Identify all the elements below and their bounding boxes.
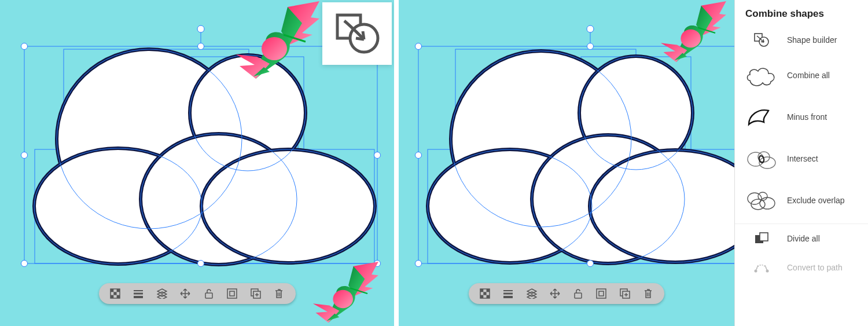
- svg-marker-32: [157, 292, 167, 296]
- svg-rect-71: [597, 289, 606, 298]
- svg-rect-23: [111, 289, 113, 292]
- canvas-left[interactable]: [0, 0, 394, 326]
- svg-rect-26: [111, 295, 113, 298]
- svg-marker-67: [527, 289, 536, 294]
- svg-marker-68: [527, 292, 536, 296]
- svg-rect-63: [487, 295, 490, 298]
- svg-rect-24: [116, 289, 119, 292]
- unlock-icon[interactable]: [203, 288, 215, 299]
- selection-handle[interactable]: [587, 260, 594, 267]
- svg-point-83: [760, 197, 775, 209]
- selection-handle[interactable]: [415, 152, 422, 159]
- selection-handle[interactable]: [197, 260, 204, 267]
- minus-front-icon: [745, 105, 778, 129]
- svg-rect-36: [230, 291, 234, 296]
- selection-handle[interactable]: [415, 43, 422, 50]
- transparency-icon[interactable]: [109, 288, 121, 299]
- panel-item-label: Intersect: [787, 154, 818, 163]
- move-icon[interactable]: [549, 288, 561, 299]
- panel-item-minus-front[interactable]: Minus front: [735, 96, 868, 138]
- panel-item-label: Combine all: [787, 71, 830, 80]
- svg-marker-31: [157, 289, 167, 294]
- panel-item-label: Convert to path: [787, 263, 843, 272]
- delete-icon[interactable]: [642, 288, 654, 299]
- panel-item-label: Shape builder: [787, 35, 837, 45]
- contextual-toolbar: [469, 283, 664, 304]
- canvas-right[interactable]: [399, 0, 734, 326]
- selection-handle[interactable]: [21, 152, 28, 159]
- panel-item-divide-all[interactable]: Divide all: [735, 224, 868, 253]
- svg-rect-59: [480, 289, 483, 292]
- panel-item-exclude-overlap[interactable]: Exclude overlap: [735, 180, 868, 221]
- convert-to-path-icon: [745, 262, 778, 273]
- combine-all-icon: [745, 63, 778, 87]
- delete-icon[interactable]: [273, 288, 285, 299]
- duplicate-icon[interactable]: [250, 288, 262, 299]
- selection-handle[interactable]: [21, 260, 28, 267]
- panel-item-combine-all[interactable]: Combine all: [735, 54, 868, 96]
- divide-all-icon: [745, 232, 778, 245]
- group-icon[interactable]: [226, 288, 238, 299]
- svg-rect-27: [116, 295, 119, 298]
- svg-point-19: [333, 290, 353, 308]
- arrange-icon[interactable]: [156, 288, 168, 299]
- panel-title: Combine shapes: [735, 8, 868, 25]
- svg-rect-61: [483, 292, 486, 295]
- svg-rect-60: [487, 289, 490, 292]
- svg-point-57: [681, 30, 701, 47]
- svg-rect-25: [113, 292, 116, 295]
- shape-builder-icon: [334, 13, 380, 54]
- move-icon[interactable]: [179, 288, 191, 299]
- panel-item-label: Exclude overlap: [787, 196, 845, 205]
- contextual-toolbar: [99, 283, 296, 304]
- arrange-icon[interactable]: [526, 288, 538, 299]
- panel-item-shape-builder[interactable]: Shape builder: [735, 25, 868, 54]
- panel-item-label: Minus front: [787, 112, 827, 122]
- svg-rect-72: [599, 291, 604, 296]
- shape-builder-icon: [745, 33, 778, 47]
- intersect-icon: [745, 146, 778, 171]
- duplicate-icon[interactable]: [619, 288, 631, 299]
- svg-point-46: [587, 25, 594, 32]
- selection-handle[interactable]: [587, 43, 594, 50]
- selection-handle[interactable]: [197, 43, 204, 50]
- transparency-icon[interactable]: [479, 288, 491, 299]
- stroke-weight-icon[interactable]: [502, 288, 514, 299]
- svg-rect-85: [760, 233, 768, 241]
- panel-item-intersect[interactable]: Intersect: [735, 138, 868, 180]
- unlock-icon[interactable]: [572, 288, 584, 299]
- shape-builder-icon-card: [322, 2, 392, 65]
- svg-point-18: [262, 37, 287, 60]
- svg-point-51: [590, 150, 734, 262]
- panel-item-convert-to-path: Convert to path: [735, 253, 868, 282]
- selection-handle[interactable]: [374, 152, 381, 159]
- selection-handle[interactable]: [415, 260, 422, 267]
- combine-shapes-panel: Combine shapes Shape builder Combine all…: [734, 0, 868, 326]
- svg-rect-62: [480, 295, 483, 298]
- svg-point-12: [201, 149, 375, 263]
- svg-rect-34: [205, 293, 212, 298]
- group-icon[interactable]: [595, 288, 607, 299]
- svg-rect-35: [227, 289, 237, 298]
- svg-point-7: [197, 25, 204, 32]
- selection-handle[interactable]: [21, 43, 28, 50]
- exclude-overlap-icon: [745, 188, 778, 213]
- hummingbird-graphic: [649, 1, 734, 67]
- panel-item-label: Divide all: [787, 234, 820, 243]
- hummingbird-graphic: [233, 1, 319, 85]
- stroke-weight-icon[interactable]: [133, 288, 144, 299]
- svg-rect-70: [575, 293, 582, 298]
- hummingbird-graphic: [301, 262, 388, 326]
